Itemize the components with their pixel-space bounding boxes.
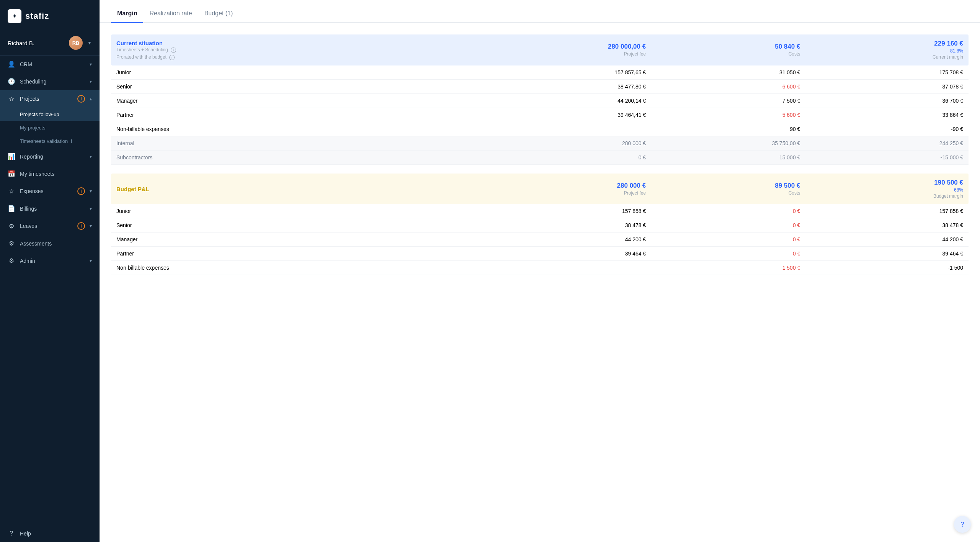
table-row: Manager 44 200 € 0 € 44 200 € xyxy=(111,233,969,247)
chevron-right-icon: ▾ xyxy=(90,79,92,84)
sidebar-sub-my-projects[interactable]: My projects xyxy=(0,121,100,134)
row-costs: 1 500 € xyxy=(651,261,805,275)
row-costs: 0 € xyxy=(651,218,805,233)
cs-margin-value: 229 160 € xyxy=(811,40,963,47)
current-situation-subtitle: Timesheets + Scheduling i xyxy=(116,47,492,53)
help-icon: ? xyxy=(8,530,15,537)
prorated-info-icon[interactable]: i xyxy=(169,55,175,60)
row-label: Senior xyxy=(111,218,497,233)
row-fee xyxy=(497,122,651,136)
avatar: RB xyxy=(69,36,83,50)
tab-realization-rate[interactable]: Realization rate xyxy=(143,3,198,22)
sidebar-item-leaves[interactable]: ⚙ Leaves i ▾ xyxy=(0,217,100,235)
projects-icon: ☆ xyxy=(8,95,15,103)
projects-badge: i xyxy=(77,95,85,103)
table-row: Partner 39 464,41 € 5 600 € 33 864 € xyxy=(111,108,969,122)
logo-text: stafiz xyxy=(25,11,49,21)
row-margin: -15 000 € xyxy=(805,150,969,164)
row-label: Partner xyxy=(111,108,497,122)
logo-icon: ✦ xyxy=(8,9,21,23)
bpl-costs-label: Costs xyxy=(657,190,800,196)
current-situation-title: Current situation xyxy=(116,40,492,46)
chevron-right-icon: ▾ xyxy=(90,223,92,229)
row-margin: 39 464 € xyxy=(805,247,969,261)
row-fee xyxy=(497,261,651,275)
table-row: Non-billable expenses 90 € -90 € xyxy=(111,122,969,136)
row-fee: 44 200 € xyxy=(497,233,651,247)
sidebar-item-help[interactable]: ? Help xyxy=(0,525,100,542)
bpl-margin-value: 190 500 € xyxy=(811,179,963,187)
expenses-badge: i xyxy=(77,187,85,195)
sidebar-item-reporting[interactable]: 📊 Reporting ▾ xyxy=(0,148,100,165)
table-row: Junior 157 858 € 0 € 157 858 € xyxy=(111,204,969,218)
row-costs: 7 500 € xyxy=(651,93,805,108)
table-row: Internal 280 000 € 35 750,00 € 244 250 € xyxy=(111,136,969,150)
chevron-right-icon: ▾ xyxy=(90,62,92,67)
cs-costs-value: 50 840 € xyxy=(657,43,800,51)
row-fee: 280 000 € xyxy=(497,136,651,150)
table-row: Non-billable expenses 1 500 € -1 500 xyxy=(111,261,969,275)
row-margin: -1 500 xyxy=(805,261,969,275)
sidebar-item-expenses[interactable]: ☆ Expenses i ▾ xyxy=(0,182,100,200)
cs-costs-label: Costs xyxy=(657,51,800,57)
content-area: Current situation Timesheets + Schedulin… xyxy=(100,23,980,542)
row-margin: 44 200 € xyxy=(805,233,969,247)
row-label: Junior xyxy=(111,204,497,218)
leaves-icon: ⚙ xyxy=(8,223,15,230)
budget-pl-header: Budget P&L 280 000 € Project fee 89 500 … xyxy=(111,174,969,204)
bpl-fee-value: 280 000 € xyxy=(502,182,646,190)
help-fab-button[interactable]: ? xyxy=(954,516,971,533)
row-label: Senior xyxy=(111,79,497,93)
bpl-margin-pct: 68% xyxy=(811,187,963,193)
cs-margin-pct: 81.8% xyxy=(811,48,963,54)
crm-icon: 👤 xyxy=(8,61,15,68)
sidebar-item-my-timesheets[interactable]: 📅 My timesheets xyxy=(0,165,100,182)
logo: ✦ stafiz xyxy=(0,0,100,31)
row-fee: 157 858 € xyxy=(497,204,651,218)
chevron-right-icon: ▾ xyxy=(90,258,92,264)
bpl-costs-value: 89 500 € xyxy=(657,182,800,190)
prorated-label: Prorated with the budget i xyxy=(116,54,492,60)
table-row: Junior 157 857,65 € 31 050 € 175 708 € xyxy=(111,65,969,80)
sidebar-item-crm[interactable]: 👤 CRM ▾ xyxy=(0,56,100,73)
chevron-up-icon: ▴ xyxy=(90,96,92,102)
sidebar-sub-timesheets-validation[interactable]: Timesheets validation i xyxy=(0,134,100,148)
chevron-down-icon: ▼ xyxy=(87,40,92,46)
row-label: Partner xyxy=(111,247,497,261)
scheduling-icon: 🕐 xyxy=(8,78,15,85)
user-section[interactable]: Richard B. RB ▼ xyxy=(0,31,100,56)
sidebar-item-assessments[interactable]: ⚙ Assessments xyxy=(0,235,100,252)
sidebar-item-scheduling[interactable]: 🕐 Scheduling ▾ xyxy=(0,73,100,90)
chevron-right-icon: ▾ xyxy=(90,154,92,159)
row-label: Junior xyxy=(111,65,497,80)
chevron-right-icon: ▾ xyxy=(90,188,92,194)
row-label: Internal xyxy=(111,136,497,150)
row-costs: 5 600 € xyxy=(651,108,805,122)
table-row: Senior 38 478 € 0 € 38 478 € xyxy=(111,218,969,233)
row-margin: 33 864 € xyxy=(805,108,969,122)
current-situation-table: Current situation Timesheets + Schedulin… xyxy=(111,34,969,275)
admin-icon: ⚙ xyxy=(8,257,15,264)
info-icon[interactable]: i xyxy=(171,47,176,53)
row-label: Non-billable expenses xyxy=(111,261,497,275)
table-row: Subcontractors 0 € 15 000 € -15 000 € xyxy=(111,150,969,164)
sidebar-sub-projects-followup[interactable]: Projects follow-up xyxy=(0,108,100,121)
bpl-fee-label: Project fee xyxy=(502,190,646,196)
timesheets-badge: i xyxy=(71,138,72,144)
tab-margin[interactable]: Margin xyxy=(111,3,143,22)
sidebar-item-projects[interactable]: ☆ Projects i ▴ xyxy=(0,90,100,108)
row-fee: 44 200,14 € xyxy=(497,93,651,108)
sidebar-item-billings[interactable]: 📄 Billings ▾ xyxy=(0,200,100,217)
timesheets-icon: 📅 xyxy=(8,170,15,177)
row-costs: 90 € xyxy=(651,122,805,136)
row-margin: 244 250 € xyxy=(805,136,969,150)
cs-fee-value: 280 000,00 € xyxy=(502,43,646,51)
table-row: Partner 39 464 € 0 € 39 464 € xyxy=(111,247,969,261)
row-fee: 38 477,80 € xyxy=(497,79,651,93)
sidebar-item-admin[interactable]: ⚙ Admin ▾ xyxy=(0,252,100,269)
sidebar: ✦ stafiz Richard B. RB ▼ 👤 CRM ▾ 🕐 Sched… xyxy=(0,0,100,542)
row-fee: 38 478 € xyxy=(497,218,651,233)
main-content: Margin Realization rate Budget (1) Curre… xyxy=(100,0,980,542)
chevron-right-icon: ▾ xyxy=(90,206,92,211)
tab-budget[interactable]: Budget (1) xyxy=(198,3,239,22)
